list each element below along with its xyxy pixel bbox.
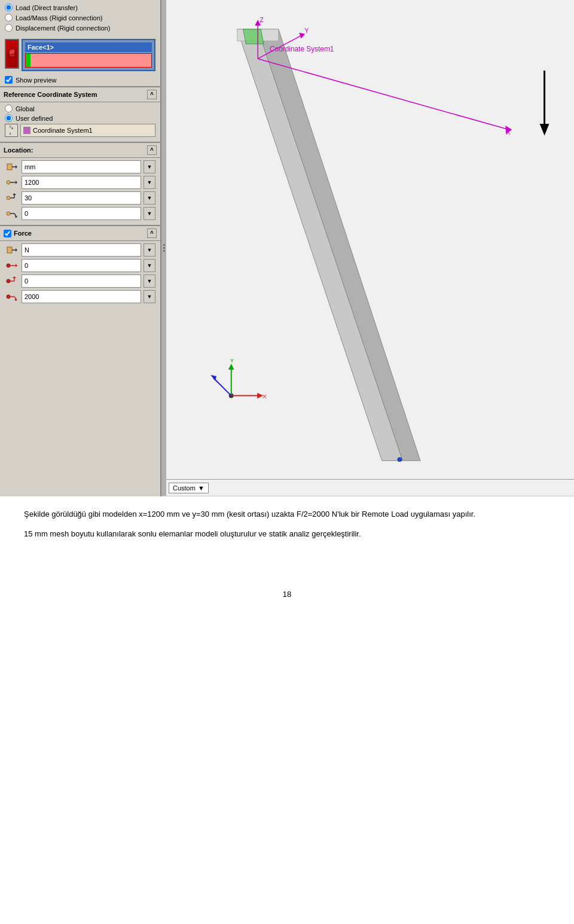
splitter-dot-2 <box>163 247 165 249</box>
location-unit-dropdown[interactable]: ▼ <box>144 160 155 173</box>
load-mass-option[interactable]: Load/Mass (Rigid connection) <box>5 14 155 22</box>
show-preview-row[interactable]: Show preview <box>0 74 160 86</box>
force-fx-dropdown[interactable]: ▼ <box>144 259 155 272</box>
show-preview-label: Show preview <box>16 77 56 84</box>
y-axis-icon <box>5 191 19 205</box>
svg-point-5 <box>7 181 10 184</box>
location-section: ▼ ▼ <box>0 158 160 225</box>
load-direct-option[interactable]: Load (Direct transfer) <box>5 4 155 11</box>
force-fy-input[interactable] <box>22 275 141 288</box>
coord-color-dot <box>23 127 30 134</box>
force-unit-icon <box>5 243 19 257</box>
location-z-row: ▼ <box>5 207 155 220</box>
description-paragraph-2: 15 mm mesh boyutu kullanılarak sonlu ele… <box>24 528 550 541</box>
svg-point-26 <box>7 295 10 298</box>
location-y-dropdown[interactable]: ▼ <box>144 191 155 205</box>
svg-point-8 <box>7 196 10 200</box>
ref-coord-collapse-btn[interactable]: ^ <box>147 90 157 99</box>
location-x-dropdown[interactable]: ▼ <box>144 176 155 189</box>
force-fz-dropdown[interactable]: ▼ <box>144 290 155 303</box>
location-unit-row: ▼ <box>5 160 155 173</box>
svg-marker-7 <box>16 181 17 184</box>
location-collapse-btn[interactable]: ^ <box>147 145 157 155</box>
location-x-row: ▼ <box>5 176 155 189</box>
custom-dropdown[interactable]: Custom ▼ <box>169 483 209 493</box>
location-z-input[interactable] <box>22 207 141 220</box>
force-fy-dropdown[interactable]: ▼ <box>144 275 155 288</box>
viewport-toolbar: Custom ▼ <box>166 479 574 496</box>
custom-label: Custom <box>173 484 196 492</box>
page-container: Load (Direct transfer) Load/Mass (Rigid … <box>0 0 574 924</box>
face-color-bar <box>25 53 152 68</box>
location-collapse-icon: ^ <box>150 147 154 154</box>
location-unit-input[interactable] <box>22 160 141 173</box>
force-fy-row: ▼ <box>5 275 155 288</box>
force-collapse-btn[interactable]: ^ <box>147 228 157 238</box>
force-fz-input[interactable] <box>22 290 141 303</box>
custom-dropdown-arrow: ▼ <box>198 484 204 492</box>
coord-field-value: Coordinate System1 <box>33 127 93 134</box>
displacement-label: Displacement (Rigid connection) <box>16 25 110 32</box>
svg-marker-18 <box>16 248 17 252</box>
face-icon <box>5 39 19 69</box>
force-collapse-icon: ^ <box>150 230 154 237</box>
svg-point-19 <box>7 264 10 267</box>
face-green-bar <box>26 54 30 67</box>
face-selected-label: Face<1> <box>25 42 152 52</box>
svg-marker-11 <box>13 193 16 195</box>
viewport-svg: Z Y X Coordinate System1 <box>166 0 574 496</box>
location-header: Location: ^ <box>0 142 160 158</box>
coord-axis-icon: yxz <box>5 124 18 137</box>
location-x-input[interactable] <box>22 176 141 189</box>
location-unit-icon <box>5 160 19 173</box>
show-preview-checkbox[interactable] <box>5 76 13 84</box>
load-direct-label: Load (Direct transfer) <box>16 4 78 11</box>
location-y-input[interactable] <box>22 191 141 205</box>
force-fx-row: ▼ <box>5 259 155 272</box>
force-fx-input[interactable] <box>22 259 141 272</box>
svg-text:Y: Y <box>304 27 309 34</box>
svg-text:Z: Z <box>259 16 264 23</box>
svg-point-55 <box>397 457 402 462</box>
load-type-section: Load (Direct transfer) Load/Mass (Rigid … <box>0 0 160 36</box>
force-title: Force <box>14 230 32 237</box>
force-unit-dropdown[interactable]: ▼ <box>144 243 155 257</box>
force-fz-row: ▼ <box>5 290 155 303</box>
svg-marker-4 <box>16 165 17 169</box>
location-y-row: ▼ <box>5 191 155 205</box>
svg-text:X: X <box>506 129 511 136</box>
coord-field-row: yxz Coordinate System1 <box>5 124 155 137</box>
viewport: Z Y X Coordinate System1 <box>166 0 574 496</box>
face-section: Face<1> <box>0 36 160 74</box>
fx-icon <box>5 259 19 272</box>
viewport-canvas: Z Y X Coordinate System1 <box>166 0 574 496</box>
face-box: Face<1> <box>22 39 155 71</box>
svg-rect-16 <box>7 247 12 253</box>
global-option[interactable]: Global <box>5 105 155 112</box>
user-defined-option[interactable]: User defined <box>5 114 155 122</box>
location-z-dropdown[interactable]: ▼ <box>144 207 155 220</box>
svg-marker-1 <box>9 49 15 54</box>
ref-coord-section: Global User defined yxz Coordinate Syste… <box>0 102 160 142</box>
ref-coord-title: Reference Coordinate System <box>4 91 97 98</box>
coord-field: Coordinate System1 <box>20 124 155 137</box>
force-unit-input[interactable] <box>22 243 141 257</box>
location-title: Location: <box>4 147 33 154</box>
fy-icon <box>5 275 19 288</box>
force-checkbox[interactable] <box>4 230 11 237</box>
svg-point-12 <box>7 212 10 215</box>
splitter-dot-1 <box>163 244 165 246</box>
ref-coord-collapse-icon: ^ <box>150 92 154 98</box>
x-axis-icon <box>5 176 19 189</box>
svg-marker-21 <box>16 264 17 267</box>
text-area: Şekilde görüldüğü gibi modelden x=1200 m… <box>0 496 574 572</box>
load-mass-label: Load/Mass (Rigid connection) <box>16 14 103 22</box>
global-label: Global <box>16 105 35 112</box>
z-axis-icon <box>5 207 19 220</box>
svg-marker-25 <box>13 276 16 278</box>
panel-splitter[interactable] <box>161 0 166 496</box>
fz-icon <box>5 290 19 303</box>
displacement-option[interactable]: Displacement (Rigid connection) <box>5 24 155 32</box>
splitter-dot-3 <box>163 250 165 252</box>
svg-text:Y: Y <box>230 357 234 364</box>
